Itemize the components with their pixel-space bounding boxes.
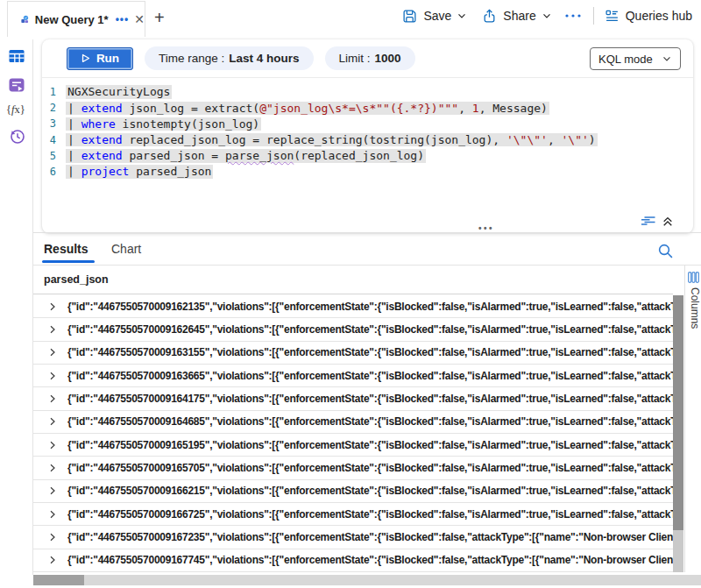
share-chevron-icon[interactable] <box>542 11 552 21</box>
column-header-parsed-json[interactable]: parsed_json <box>33 266 673 294</box>
expand-chevron-icon[interactable] <box>48 510 57 519</box>
new-tab-button[interactable]: + <box>154 8 165 28</box>
query-tab-icon <box>21 11 29 27</box>
horizontal-scrollbar-thumb[interactable] <box>33 575 84 585</box>
row-json-text: {"id":"4467550570009165195","violations"… <box>67 439 673 451</box>
share-icon <box>482 9 497 24</box>
divider <box>593 7 594 25</box>
kql-mode-chevron-icon <box>662 53 672 64</box>
code-lines[interactable]: 1NGXSecurityLogs2| extend json_log = ext… <box>42 84 690 180</box>
code-line[interactable]: 4| extend replaced_json_log = replace_st… <box>42 132 690 148</box>
code-text[interactable]: | extend json_log = extract(@"json_log\s… <box>66 102 549 116</box>
table-row[interactable]: {"id":"4467550570009163665","violations"… <box>33 365 673 387</box>
code-text[interactable]: | where isnotempty(json_log) <box>66 117 261 131</box>
code-text[interactable]: | extend parsed_json = parse_json(replac… <box>66 149 426 163</box>
limit-picker[interactable]: Limit :1000 <box>325 46 415 70</box>
table-row[interactable]: {"id":"4467550570009162645","violations"… <box>33 318 673 341</box>
query-tab[interactable]: New Query 1* ••• ✕ <box>7 1 145 37</box>
row-json-text: {"id":"4467550570009167745","violations"… <box>67 554 673 566</box>
table-row[interactable]: {"id":"4467550570009167235","violations"… <box>33 526 673 549</box>
expand-chevron-icon[interactable] <box>48 302 57 311</box>
line-number: 4 <box>42 134 56 146</box>
code-text[interactable]: NGXSecurityLogs <box>66 85 172 99</box>
line-number: 3 <box>42 117 56 130</box>
row-json-text: {"id":"4467550570009164685","violations"… <box>67 415 673 428</box>
tab-title: New Query 1* <box>35 13 109 26</box>
more-actions-icon[interactable] <box>563 10 583 22</box>
tab-close-icon[interactable]: ✕ <box>134 12 145 26</box>
columns-panel[interactable]: Columns <box>684 266 701 572</box>
sidebar-saved-queries-icon[interactable] <box>8 76 25 94</box>
share-button[interactable]: Share <box>503 9 535 23</box>
active-tab-underline <box>42 260 95 263</box>
row-json-text: {"id":"4467550570009167235","violations"… <box>67 531 673 543</box>
tab-more-icon[interactable]: ••• <box>116 13 130 25</box>
kql-mode-select[interactable]: KQL mode <box>590 47 681 70</box>
line-number: 5 <box>42 150 56 162</box>
table-row[interactable]: {"id":"4467550570009163155","violations"… <box>33 342 673 365</box>
expand-chevron-icon[interactable] <box>48 533 57 542</box>
grid-body: {"id":"4467550570009162135","violations"… <box>33 295 673 572</box>
code-line[interactable]: 6| project parsed_json <box>42 164 690 180</box>
queries-hub-icon <box>605 9 620 24</box>
horizontal-scrollbar[interactable] <box>33 575 701 585</box>
table-row[interactable]: {"id":"4467550570009166725","violations"… <box>33 503 673 526</box>
columns-icon <box>688 272 699 283</box>
table-row[interactable]: {"id":"4467550570009167745","violations"… <box>33 549 673 572</box>
expand-chevron-icon[interactable] <box>48 441 57 450</box>
code-text[interactable]: | project parsed_json <box>66 165 213 179</box>
row-json-text: {"id":"4467550570009162135","violations"… <box>67 301 673 313</box>
tab-chart[interactable]: Chart <box>111 233 141 265</box>
query-editor-panel: Run Time range :Last 4 hours Limit :1000… <box>42 39 693 233</box>
vertical-scrollbar[interactable] <box>673 295 683 572</box>
row-json-text: {"id":"4467550570009162645","violations"… <box>67 323 673 336</box>
row-json-text: {"id":"4467550570009164175","violations"… <box>67 393 673 405</box>
row-json-text: {"id":"4467550570009166215","violations"… <box>67 485 673 497</box>
table-row[interactable]: {"id":"4467550570009162135","violations"… <box>33 295 673 318</box>
table-row[interactable]: {"id":"4467550570009164175","violations"… <box>33 387 673 410</box>
expand-chevron-icon[interactable] <box>48 348 57 357</box>
collapse-editor-icon[interactable] <box>662 216 674 228</box>
expand-chevron-icon[interactable] <box>48 486 57 495</box>
search-icon[interactable] <box>657 243 674 259</box>
row-json-text: {"id":"4467550570009165705","violations"… <box>67 462 673 474</box>
line-number: 1 <box>42 86 56 98</box>
expand-chevron-icon[interactable] <box>48 417 57 426</box>
save-icon <box>402 9 417 24</box>
expand-chevron-icon[interactable] <box>48 372 57 380</box>
vertical-scrollbar-thumb[interactable] <box>673 295 683 530</box>
query-toolbar: Run Time range :Last 4 hours Limit :1000… <box>42 39 693 78</box>
queries-hub-button[interactable]: Queries hub <box>626 9 692 23</box>
save-chevron-icon[interactable] <box>457 11 467 21</box>
sidebar-functions-icon[interactable]: {fx} <box>6 103 25 117</box>
expand-chevron-icon[interactable] <box>48 464 57 472</box>
row-json-text: {"id":"4467550570009163155","violations"… <box>67 346 673 358</box>
code-line[interactable]: 1NGXSecurityLogs <box>42 84 690 100</box>
time-range-picker[interactable]: Time range :Last 4 hours <box>145 46 314 70</box>
code-line[interactable]: 2| extend json_log = extract(@"json_log\… <box>42 100 690 116</box>
code-text[interactable]: | extend replaced_json_log = replace_str… <box>66 133 598 147</box>
run-play-icon <box>81 53 90 63</box>
table-row[interactable]: {"id":"4467550570009166215","violations"… <box>33 480 673 503</box>
row-json-text: {"id":"4467550570009166725","violations"… <box>67 508 673 521</box>
table-row[interactable]: {"id":"4467550570009164685","violations"… <box>33 411 673 434</box>
line-number: 6 <box>42 166 56 178</box>
expand-chevron-icon[interactable] <box>48 325 57 334</box>
expand-chevron-icon[interactable] <box>48 556 57 564</box>
sidebar-table-icon[interactable] <box>8 47 25 65</box>
expand-chevron-icon[interactable] <box>48 394 57 403</box>
sidebar-history-icon[interactable] <box>8 127 26 145</box>
code-line[interactable]: 3| where isnotempty(json_log) <box>42 116 690 131</box>
table-row[interactable]: {"id":"4467550570009165705","violations"… <box>33 457 673 479</box>
save-button[interactable]: Save <box>423 9 451 23</box>
line-number: 2 <box>42 102 56 114</box>
run-button[interactable]: Run <box>67 47 133 70</box>
row-json-text: {"id":"4467550570009163665","violations"… <box>67 370 673 382</box>
table-row[interactable]: {"id":"4467550570009165195","violations"… <box>33 434 673 457</box>
code-line[interactable]: 5| extend parsed_json = parse_json(repla… <box>42 148 690 164</box>
columns-panel-label: Columns <box>689 287 701 329</box>
format-query-icon[interactable] <box>641 215 655 228</box>
